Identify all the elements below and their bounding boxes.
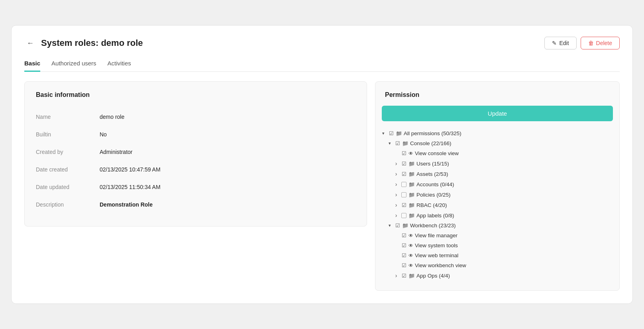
- tree-item-app_labels: 📁App labels (0/8): [380, 210, 616, 221]
- checkbox-icon[interactable]: ☑: [401, 273, 407, 279]
- checkbox-icon[interactable]: ☑: [401, 150, 407, 156]
- unchecked-icon: [401, 192, 406, 197]
- tabs: Basic Authorized users Activities: [24, 57, 620, 72]
- checkbox-icon[interactable]: [401, 181, 407, 187]
- checkbox-icon[interactable]: [401, 192, 407, 198]
- tree-item-view_file_manager: ☑👁View file manager: [380, 230, 616, 240]
- checked-icon: ☑: [402, 232, 406, 238]
- checkbox-icon[interactable]: ☑: [401, 161, 407, 167]
- table-row: Created by Administrator: [36, 143, 355, 161]
- tree-item-label: View console view: [415, 150, 459, 156]
- tab-basic[interactable]: Basic: [24, 57, 40, 72]
- page-title: System roles: demo role: [41, 38, 143, 48]
- info-table: Name demo role Builtin No Created by Adm…: [36, 108, 355, 213]
- table-row: Name demo role: [36, 108, 355, 126]
- checkbox-icon[interactable]: ☑: [401, 232, 407, 238]
- checked-icon: ☑: [402, 150, 406, 156]
- chevron-icon[interactable]: [393, 212, 399, 219]
- edit-button[interactable]: ✎ Edit: [544, 37, 576, 49]
- header-left: ← System roles: demo role: [24, 38, 143, 48]
- chevron-icon[interactable]: [387, 223, 393, 228]
- tree-item-app_ops: ☑📁App Ops (4/4): [380, 270, 616, 281]
- chevron-icon[interactable]: [393, 272, 399, 279]
- tree-item-label: Assets (2/53): [416, 171, 448, 177]
- tree-item-view_web_terminal: ☑👁View web terminal: [380, 250, 616, 260]
- chevron-icon[interactable]: [393, 181, 399, 187]
- folder-icon: 📁: [408, 171, 415, 177]
- tree-item-rbac: ☑📁RBAC (4/20): [380, 200, 616, 210]
- checked-icon: ☑: [402, 202, 406, 208]
- checked-icon: ☑: [402, 242, 406, 248]
- folder-icon: 📁: [408, 161, 415, 167]
- tree-item-label: Policies (0/25): [416, 192, 451, 198]
- chevron-icon[interactable]: [380, 131, 387, 136]
- tree-item-label: Workbench (23/23): [410, 223, 456, 229]
- back-button[interactable]: ←: [24, 38, 36, 48]
- table-row: Date created 02/13/2025 10:47:59 AM: [36, 161, 355, 178]
- folder-icon: 📁: [408, 213, 415, 219]
- checked-icon: ☑: [389, 130, 394, 136]
- tree-item-view_workbench: ☑👁View workbench view: [380, 260, 616, 270]
- folder-icon: 📁: [408, 202, 415, 208]
- checked-icon: ☑: [402, 252, 406, 258]
- description-value: Demonstration Role: [100, 196, 355, 213]
- basic-info-title: Basic information: [36, 91, 355, 99]
- checkbox-icon[interactable]: ☑: [401, 242, 407, 248]
- checkbox-icon[interactable]: ☑: [395, 140, 401, 146]
- eye-icon: 👁: [408, 151, 413, 156]
- checkbox-icon[interactable]: ☑: [388, 130, 394, 136]
- content-row: Basic information Name demo role Builtin…: [24, 81, 620, 291]
- checked-icon: ☑: [395, 140, 400, 146]
- checkbox-icon[interactable]: ☑: [401, 252, 407, 258]
- checkbox-icon[interactable]: ☑: [395, 223, 401, 229]
- folder-icon: 📁: [408, 192, 415, 198]
- tree-item-users: ☑📁Users (15/15): [380, 158, 616, 169]
- tree-item-console: ☑📁Console (22/166): [380, 138, 616, 148]
- tree-item-workbench: ☑📁Workbench (23/23): [380, 221, 616, 230]
- folder-icon: 📁: [402, 140, 408, 146]
- tab-authorized-users[interactable]: Authorized users: [51, 57, 96, 72]
- folder-icon: 📁: [402, 223, 408, 229]
- checked-icon: ☑: [402, 161, 406, 167]
- name-value: demo role: [100, 108, 355, 126]
- checkbox-icon[interactable]: ☑: [401, 202, 407, 208]
- edit-icon: ✎: [552, 40, 557, 46]
- header-right: ✎ Edit 🗑 Delete: [544, 37, 620, 49]
- delete-button[interactable]: 🗑 Delete: [581, 37, 620, 49]
- tree-item-label: App labels (0/8): [416, 213, 454, 219]
- tree-item-label: View web terminal: [415, 252, 458, 258]
- permission-panel: Permission Update ☑📁All permissions (50/…: [375, 81, 620, 291]
- tree-item-label: Users (15/15): [416, 161, 449, 167]
- tree-item-label: RBAC (4/20): [416, 202, 447, 208]
- date-updated-value: 02/13/2025 11:50:34 AM: [100, 178, 355, 196]
- table-row: Date updated 02/13/2025 11:50:34 AM: [36, 178, 355, 196]
- description-label: Description: [36, 196, 100, 213]
- chevron-icon[interactable]: [393, 171, 399, 177]
- tab-activities[interactable]: Activities: [108, 57, 131, 72]
- created-by-value: Administrator: [100, 143, 355, 161]
- chevron-icon[interactable]: [393, 202, 399, 208]
- update-button[interactable]: Update: [382, 106, 613, 121]
- basic-info-panel: Basic information Name demo role Builtin…: [24, 81, 367, 227]
- eye-icon: 👁: [408, 263, 413, 268]
- tree-item-label: View workbench view: [415, 262, 466, 268]
- table-row: Builtin No: [36, 126, 355, 143]
- date-updated-label: Date updated: [36, 178, 100, 196]
- checkbox-icon[interactable]: [401, 213, 407, 219]
- delete-label: Delete: [596, 40, 612, 46]
- builtin-label: Builtin: [36, 126, 100, 143]
- checkbox-icon[interactable]: ☑: [401, 262, 407, 268]
- date-created-label: Date created: [36, 161, 100, 178]
- folder-icon: 📁: [408, 273, 415, 279]
- tree-item-policies: 📁Policies (0/25): [380, 189, 616, 200]
- tree-item-label: All permissions (50/325): [404, 130, 461, 136]
- builtin-value: No: [100, 126, 355, 143]
- unchecked-icon: [401, 182, 406, 187]
- tree-item-label: View file manager: [415, 232, 457, 238]
- chevron-icon[interactable]: [387, 141, 393, 146]
- checked-icon: ☑: [402, 171, 406, 177]
- checkbox-icon[interactable]: ☑: [401, 171, 407, 177]
- chevron-icon[interactable]: [393, 191, 399, 198]
- chevron-icon[interactable]: [393, 160, 399, 167]
- tree-item-assets: ☑📁Assets (2/53): [380, 169, 616, 179]
